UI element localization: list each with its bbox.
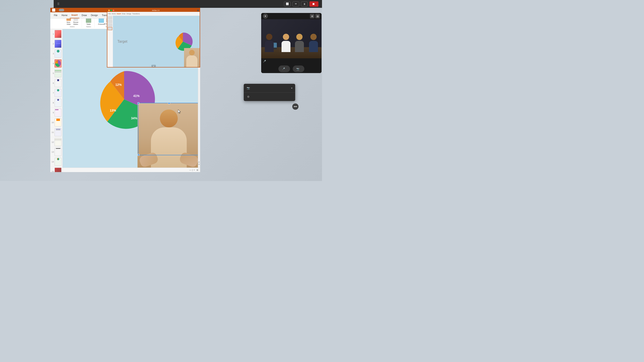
stop-sharing-button[interactable]: ⏹ bbox=[310, 1, 318, 7]
sharing-status-text bbox=[62, 2, 281, 5]
slide-11[interactable]: 11 bbox=[50, 127, 62, 137]
slide-4-thumb bbox=[54, 59, 62, 67]
slide-5-thumb bbox=[54, 69, 62, 77]
new-slide-button[interactable]: NewSlide bbox=[66, 18, 72, 25]
slide-14-thumb bbox=[54, 158, 62, 166]
camera-menu-icon: 📷 bbox=[246, 86, 250, 90]
tab-design[interactable]: Design bbox=[89, 12, 100, 18]
slide-8[interactable]: 8 bbox=[50, 98, 62, 108]
gear-menu-icon: ⚙ bbox=[246, 95, 250, 98]
slide-9[interactable]: 9 bbox=[50, 108, 62, 117]
person-2 bbox=[281, 34, 291, 50]
stop-video-button[interactable]: 📷 bbox=[293, 65, 304, 72]
slide-15[interactable]: 15 bbox=[50, 167, 62, 172]
table-icon bbox=[86, 18, 91, 23]
mini-x[interactable] bbox=[197, 9, 199, 11]
drag-handle[interactable]: ⠿ bbox=[57, 2, 60, 6]
mute-button[interactable]: 🎤 bbox=[278, 65, 290, 72]
teams-call-controls: 🎤 📷 bbox=[261, 64, 322, 73]
menu-item-camera-settings[interactable]: ⚙ bbox=[244, 92, 295, 101]
ribbon-group-tables: Table Tables bbox=[86, 18, 94, 28]
slide-5[interactable]: 5 bbox=[50, 68, 62, 78]
ribbon-group-slides: NewSlide ReuseSlides Slides bbox=[66, 18, 82, 28]
more-options-button[interactable]: ••• bbox=[292, 103, 298, 110]
tab-home[interactable]: Home bbox=[60, 12, 69, 18]
tab-insert[interactable]: Insert bbox=[70, 12, 80, 18]
slide-2[interactable]: 2 bbox=[50, 39, 62, 49]
pie-label-41: 41% bbox=[133, 94, 140, 98]
slide-2-thumb bbox=[54, 40, 62, 48]
mini-ribbon: File Home Insert Draw Design Transitions bbox=[107, 12, 200, 16]
tab-draw[interactable]: Draw bbox=[80, 12, 88, 18]
ellipsis-icon: ••• bbox=[294, 105, 297, 108]
slide-4[interactable]: 4 bbox=[50, 58, 62, 68]
scroll-down-arrow[interactable]: ▼ bbox=[198, 163, 200, 165]
table-button[interactable]: Table bbox=[86, 18, 92, 25]
mini-slide-title: Target bbox=[118, 39, 127, 43]
collapse-preview-arrow[interactable]: ▲ bbox=[152, 65, 156, 67]
slide-7[interactable]: 7 bbox=[50, 88, 62, 98]
slide-13[interactable]: 13 bbox=[50, 147, 62, 157]
status-bar: — | + ⊞ bbox=[62, 168, 200, 172]
context-menu: 📷 ▾ ⚙ bbox=[244, 84, 295, 101]
teams-sharing-bar: ⠿ ⬜ ✏ ⏸ ⏹ bbox=[54, 0, 322, 8]
scroll-arrows: ▲ ▼ bbox=[198, 161, 200, 165]
slide-14[interactable]: 14 bbox=[50, 157, 62, 167]
slide-1[interactable]: 1 bbox=[50, 29, 62, 39]
slide-1-thumb bbox=[54, 30, 62, 38]
person-4 bbox=[309, 34, 318, 50]
teams-grid-icon[interactable]: ⊞ bbox=[310, 14, 314, 18]
pause-share-button[interactable]: ⏸ bbox=[301, 1, 308, 6]
teams-chevron-button[interactable]: ▾ bbox=[263, 14, 268, 18]
person-3 bbox=[295, 34, 304, 50]
presenter-body bbox=[151, 127, 187, 172]
teams-video-area bbox=[261, 19, 322, 58]
slide-thumbnail-panel: 1 2 3 4 5 6 7 8 bbox=[50, 29, 62, 172]
zoom-control[interactable]: — | + ⊞ bbox=[189, 169, 198, 171]
pictures-icon bbox=[98, 18, 104, 23]
slide-11-thumb bbox=[54, 128, 62, 136]
teams-name-bar: 🎤 bbox=[261, 58, 322, 64]
mini-body: Target bbox=[107, 16, 200, 67]
slide-3[interactable]: 3 bbox=[50, 49, 62, 58]
participant-mic-icon: 🎤 bbox=[263, 60, 266, 63]
mini-presenter-head bbox=[189, 50, 195, 55]
scroll-up-arrow[interactable]: ▲ bbox=[198, 161, 200, 163]
slide-6[interactable]: 6 bbox=[50, 78, 62, 88]
slides-buttons: NewSlide ReuseSlides bbox=[66, 18, 79, 25]
tab-file[interactable]: File bbox=[52, 12, 59, 18]
slide-9-thumb bbox=[54, 109, 62, 117]
ppt-mini-preview-window: ArtStar 2.0 File Home Insert Draw Design… bbox=[107, 8, 200, 67]
reuse-slides-button[interactable]: ReuseSlides bbox=[73, 18, 79, 25]
slide-15-thumb bbox=[54, 168, 62, 172]
annotation-button[interactable]: ✏ bbox=[292, 1, 299, 6]
teams-panel-icons: ⊞ ▤ bbox=[310, 14, 320, 18]
pie-label-13: 13% bbox=[110, 109, 116, 112]
slide-10-thumb bbox=[54, 118, 62, 126]
slide-13-thumb bbox=[54, 148, 62, 156]
mini-presenter bbox=[184, 48, 200, 67]
mini-maximize[interactable] bbox=[110, 9, 112, 11]
share-screen-button[interactable]: ⬜ bbox=[284, 1, 291, 6]
mini-minimize[interactable] bbox=[108, 9, 110, 11]
slide-10[interactable]: 10 bbox=[50, 117, 62, 127]
presenter-video-overlay bbox=[138, 103, 200, 172]
pie-label-34: 34% bbox=[131, 116, 138, 120]
mini-close[interactable] bbox=[113, 9, 114, 11]
teams-panel-header: ▾ ⊞ ▤ bbox=[261, 13, 322, 19]
autosave-toggle[interactable] bbox=[59, 9, 64, 11]
menu-item-show-presenter[interactable]: 📷 ▾ bbox=[244, 84, 295, 92]
pie-label-12: 12% bbox=[116, 83, 122, 86]
mini-titlebar: ArtStar 2.0 bbox=[107, 9, 200, 12]
menu-arrow: ▾ bbox=[291, 87, 292, 90]
pictures-button[interactable]: Pictures bbox=[98, 18, 104, 25]
teams-layout-icon[interactable]: ▤ bbox=[315, 14, 320, 18]
mini-title-text: ArtStar 2.0 bbox=[115, 9, 196, 11]
mini-slide-panel bbox=[107, 16, 113, 67]
slide-8-thumb bbox=[54, 99, 62, 107]
person-1 bbox=[264, 34, 274, 50]
slides-group-label: Slides bbox=[70, 26, 75, 28]
slide-12[interactable]: 12 bbox=[50, 137, 62, 147]
slide-12-thumb bbox=[54, 138, 62, 146]
slide-3-thumb bbox=[54, 50, 62, 58]
